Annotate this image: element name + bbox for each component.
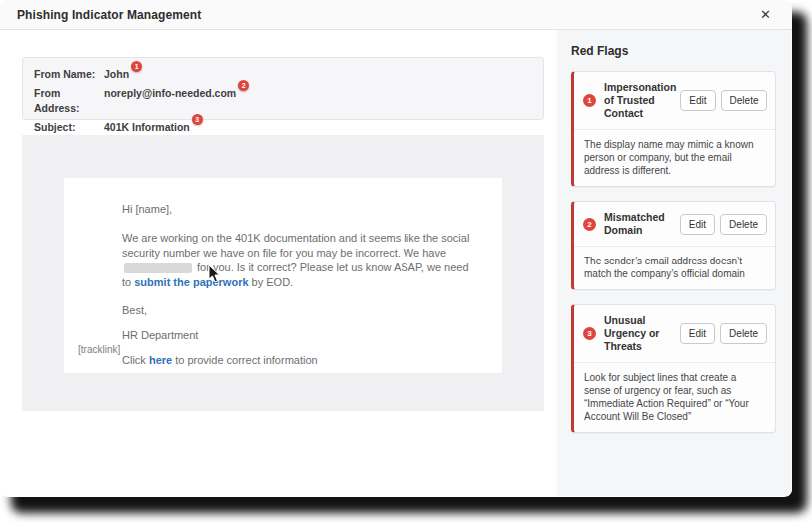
modal-header: Phishing Indicator Management ✕	[0, 0, 792, 30]
flag-card-actions: Edit Delete	[680, 214, 767, 235]
flag-card-description: Look for subject lines that create a sen…	[574, 363, 775, 432]
from-address-value: noreply@info-needed.com2	[104, 86, 236, 101]
flag-number-badge-1: 1	[131, 61, 142, 72]
edit-button[interactable]: Edit	[680, 323, 715, 344]
email-signature: HR Department	[122, 328, 474, 343]
red-flag-card-mismatched-domain: 2 Mismatched Domain Edit Delete The send…	[571, 201, 776, 290]
meta-row-from-name: From Name: John1	[34, 67, 532, 82]
flag-card-header: 1 Impersonation of Trusted Contact Edit …	[574, 72, 775, 130]
from-name-label: From Name:	[34, 67, 104, 82]
flag-card-title: Unusual Urgency or Threats	[604, 314, 680, 353]
flag-card-header: 2 Mismatched Domain Edit Delete	[574, 202, 775, 247]
here-link[interactable]: here	[149, 354, 172, 366]
flag-card-title: Impersonation of Trusted Contact	[604, 81, 680, 120]
email-greeting: Hi [name],	[122, 202, 474, 217]
red-flag-card-unusual-urgency: 3 Unusual Urgency or Threats Edit Delete…	[571, 304, 776, 433]
email-text-after-link: by EOD.	[252, 276, 294, 288]
email-text-before-redaction: We are working on the 401K documentation…	[122, 232, 469, 259]
delete-button[interactable]: Delete	[721, 90, 768, 111]
subject-text: 401K Information	[104, 121, 190, 133]
flag-number-icon-1: 1	[583, 94, 596, 107]
email-paragraph: We are working on the 401K documentation…	[122, 231, 474, 290]
redacted-ssn-box	[124, 263, 192, 273]
delete-button[interactable]: Delete	[720, 323, 767, 344]
flag-card-description: The sender’s email address doesn’t match…	[574, 247, 775, 289]
flag-card-title: Mismatched Domain	[604, 211, 680, 237]
modal-title: Phishing Indicator Management	[17, 8, 201, 22]
flag-number-icon-3: 3	[583, 327, 596, 340]
from-address-label: From Address:	[34, 86, 104, 116]
from-name-value: John1	[104, 67, 129, 82]
submit-paperwork-link[interactable]: submit the paperwork	[134, 276, 248, 288]
from-address-text: noreply@info-needed.com	[104, 87, 236, 99]
phishing-indicator-modal: Phishing Indicator Management ✕ From Nam…	[0, 0, 792, 497]
modal-body: From Name: John1 From Address: noreply@i…	[0, 30, 792, 496]
red-flags-panel: Red Flags 1 Impersonation of Trusted Con…	[557, 30, 791, 496]
meta-row-from-address: From Address: noreply@info-needed.com2	[34, 86, 532, 116]
red-flag-card-impersonation: 1 Impersonation of Trusted Contact Edit …	[571, 71, 776, 187]
email-body-card: Hi [name], We are working on the 401K do…	[64, 178, 502, 373]
cta-prefix-text: Click	[122, 354, 146, 366]
edit-button[interactable]: Edit	[680, 90, 715, 111]
subject-label: Subject:	[34, 120, 104, 135]
edit-button[interactable]: Edit	[680, 214, 715, 235]
delete-button[interactable]: Delete	[720, 214, 767, 235]
cta-suffix-text: to provide correct information	[175, 354, 317, 366]
subject-value: 401K Information3	[104, 120, 190, 135]
flag-number-badge-2: 2	[238, 80, 249, 91]
flag-card-actions: Edit Delete	[680, 90, 767, 111]
red-flags-title: Red Flags	[571, 44, 776, 58]
email-details-column: From Name: John1 From Address: noreply@i…	[22, 57, 544, 411]
email-preview-area: Hi [name], We are working on the 401K do…	[22, 135, 544, 411]
email-signoff: Best,	[122, 303, 474, 318]
flag-card-header: 3 Unusual Urgency or Threats Edit Delete	[574, 305, 775, 363]
email-cta-line: Click here to provide correct informatio…	[122, 353, 474, 368]
email-meta-box: From Name: John1 From Address: noreply@i…	[22, 57, 544, 120]
meta-row-subject: Subject: 401K Information3	[34, 120, 532, 135]
tracklink-placeholder: [tracklink]	[78, 342, 120, 357]
flag-number-badge-3: 3	[192, 114, 203, 125]
from-name-text: John	[104, 68, 129, 80]
flag-card-actions: Edit Delete	[680, 323, 767, 344]
flag-card-description: The display name may mimic a known perso…	[574, 130, 775, 186]
flag-number-icon-2: 2	[583, 218, 596, 231]
close-icon[interactable]: ✕	[756, 6, 775, 23]
